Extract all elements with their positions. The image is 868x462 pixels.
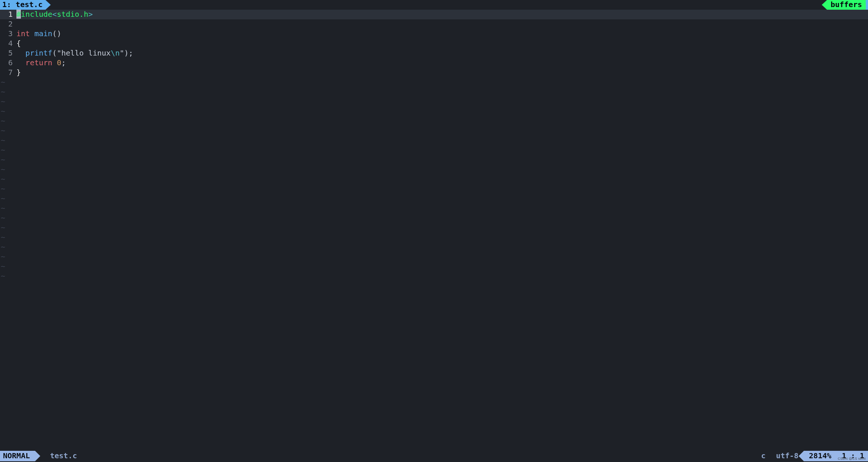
editor-screen: 1: test.c buffers 1#include<stdio.h>23in…: [0, 0, 868, 462]
filetype-segment: c: [756, 451, 771, 461]
percent-segment: 2814%: [804, 451, 837, 461]
line-number: 3: [0, 29, 16, 39]
code-line[interactable]: 4{: [0, 39, 868, 48]
buffer-tab[interactable]: 1: test.c: [0, 0, 45, 10]
code-line[interactable]: 5 printf("hello linux\n");: [0, 48, 868, 58]
code-line[interactable]: 3int main(): [0, 29, 868, 39]
empty-line-tilde: ~: [0, 155, 868, 165]
empty-line-tilde: ~: [0, 252, 868, 262]
buffers-indicator-label: buffers: [831, 0, 862, 10]
empty-line-tilde: ~: [0, 78, 868, 87]
mode-label: NORMAL: [3, 451, 30, 461]
filetype-label: c: [761, 451, 765, 461]
empty-line-tilde: ~: [0, 165, 868, 175]
empty-line-tilde: ~: [0, 233, 868, 242]
empty-line-tilde: ~: [0, 116, 868, 126]
percent-label: 2814%: [809, 451, 831, 461]
buffer-tab-label: 1: test.c: [2, 0, 43, 10]
code-content: int main(): [16, 29, 868, 39]
empty-line-tilde: ~: [0, 87, 868, 97]
line-number: 6: [0, 58, 16, 68]
line-number: 5: [0, 48, 16, 58]
mode-segment: NORMAL: [0, 451, 35, 461]
empty-line-tilde: ~: [0, 126, 868, 136]
status-line: NORMAL test.c c utf-8 2814% 1 : 1: [0, 451, 868, 461]
empty-line-tilde: ~: [0, 204, 868, 213]
empty-line-tilde: ~: [0, 242, 868, 252]
buffer-tabline: 1: test.c buffers: [0, 0, 868, 10]
filename-segment: test.c: [43, 451, 82, 461]
filename-label: test.c: [50, 451, 77, 461]
empty-line-tilde: ~: [0, 136, 868, 145]
empty-line-tilde: ~: [0, 145, 868, 155]
empty-line-tilde: ~: [0, 271, 868, 281]
empty-line-tilde: ~: [0, 213, 868, 223]
empty-line-tilde: ~: [0, 194, 868, 204]
code-line[interactable]: 6 return 0;: [0, 58, 868, 68]
code-content: printf("hello linux\n");: [16, 48, 868, 58]
encoding-label: utf-8: [776, 451, 798, 461]
line-number: 1: [0, 10, 16, 19]
code-content: {: [16, 39, 868, 48]
empty-line-tilde: ~: [0, 223, 868, 233]
empty-line-tilde: ~: [0, 107, 868, 116]
buffers-indicator[interactable]: buffers: [827, 0, 866, 10]
code-line[interactable]: 1#include<stdio.h>: [0, 10, 868, 19]
code-editor[interactable]: 1#include<stdio.h>23int main()4{5 printf…: [0, 10, 868, 451]
code-line[interactable]: 2: [0, 19, 868, 29]
empty-line-tilde: ~: [0, 184, 868, 194]
code-content: #include<stdio.h>: [16, 10, 868, 19]
empty-line-tilde: ~: [0, 97, 868, 107]
line-number: 2: [0, 19, 16, 29]
empty-line-tilde: ~: [0, 175, 868, 184]
code-line[interactable]: 7}: [0, 68, 868, 78]
line-number: 7: [0, 68, 16, 78]
code-content: return 0;: [16, 58, 868, 68]
empty-line-tilde: ~: [0, 262, 868, 271]
watermark: CSDN @CS semi: [838, 457, 866, 461]
status-spacer: [82, 451, 756, 461]
code-content: }: [16, 68, 868, 78]
line-number: 4: [0, 39, 16, 48]
